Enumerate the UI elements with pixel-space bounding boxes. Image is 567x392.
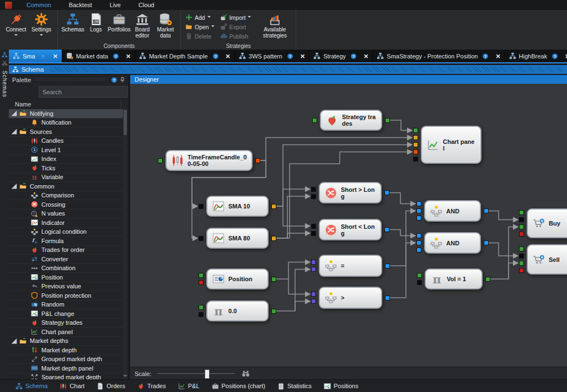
input-port-green[interactable]: [199, 273, 204, 278]
input-port-black[interactable]: [519, 217, 524, 222]
palette-scrollbar[interactable]: [123, 109, 127, 379]
palette-item-converter[interactable]: Converter: [9, 255, 124, 264]
input-port-black[interactable]: [519, 254, 524, 259]
connection-edge[interactable]: [390, 243, 415, 298]
close-icon[interactable]: ✕: [53, 53, 58, 60]
doc-tab-sma[interactable]: Sma?✕: [9, 50, 62, 62]
input-port-black[interactable]: [199, 204, 204, 209]
input-port-green[interactable]: [519, 261, 524, 266]
input-port-blue[interactable]: [416, 248, 421, 253]
doc-tab-smastrategy-protection-position[interactable]: SmaStrategy - Protection Position?✕: [373, 50, 505, 62]
node-short-gt-long[interactable]: Short > Long: [319, 182, 382, 203]
menu-tab-backtest[interactable]: Backtest: [60, 0, 101, 10]
output-port-green[interactable]: [271, 309, 276, 314]
bottom-tab-trades[interactable]: Trades: [137, 383, 166, 390]
palette-item-variable[interactable]: πVariable: [9, 173, 124, 182]
help-icon[interactable]: ?: [350, 53, 357, 60]
add-button[interactable]: Add: [184, 13, 216, 22]
app-logo-icon[interactable]: [5, 2, 12, 9]
palette-item-indicator[interactable]: Indicator: [9, 218, 124, 228]
output-port-green[interactable]: [271, 277, 276, 282]
connection-edge[interactable]: [490, 227, 518, 280]
help-icon[interactable]: ?: [113, 53, 119, 60]
node-equals[interactable]: =: [319, 255, 382, 277]
input-port-purple[interactable]: [311, 299, 316, 304]
menu-tab-live[interactable]: Live: [101, 0, 130, 10]
palette-item-position[interactable]: Position: [9, 273, 124, 282]
output-port-blue[interactable]: [384, 227, 389, 232]
portfolios-button[interactable]: Portfolios: [108, 12, 130, 33]
input-port-purple[interactable]: [311, 292, 316, 297]
input-port-black[interactable]: [199, 236, 204, 241]
connection-edge[interactable]: [276, 233, 310, 238]
schema-canvas[interactable]: Strategy tradesChart panelTimeFrameCandl…: [130, 84, 567, 367]
available-strategies-button[interactable]: Available strategies: [258, 12, 292, 39]
input-port-red[interactable]: [519, 232, 524, 237]
bottom-tab-positions-chart-[interactable]: Positions (chart): [212, 383, 265, 390]
node-sma10[interactable]: SMA 10: [206, 196, 269, 217]
close-icon[interactable]: ✕: [363, 53, 368, 60]
palette-item-index[interactable]: Index: [9, 155, 124, 164]
input-port-green[interactable]: [417, 273, 422, 278]
output-port-green[interactable]: [385, 118, 390, 123]
connection-edge[interactable]: [390, 120, 412, 131]
doc-tab-market-depth-sample[interactable]: Market Depth Sample?✕: [135, 50, 235, 62]
help-icon[interactable]: ?: [111, 77, 117, 83]
scrollbar-thumb[interactable]: [124, 110, 127, 135]
scrollbar-down-arrow[interactable]: [123, 375, 127, 379]
input-port-purple[interactable]: [311, 267, 316, 272]
expand-triangle-icon[interactable]: [10, 128, 18, 135]
bottom-tab-schema[interactable]: Schema: [15, 383, 47, 390]
node-greater[interactable]: >: [319, 287, 382, 309]
connection-edge[interactable]: [276, 196, 310, 238]
output-port-blue[interactable]: [384, 190, 389, 195]
input-port-black[interactable]: [311, 224, 316, 229]
menu-tab-cloud[interactable]: Cloud: [130, 0, 163, 10]
palette-item-crossing[interactable]: Crossing: [9, 200, 124, 210]
input-port-blue[interactable]: [416, 240, 421, 245]
palette-item-notifying[interactable]: Notifying: [9, 109, 124, 119]
output-port-orange[interactable]: [271, 236, 276, 241]
palette-item-previous-value[interactable]: Previous value: [9, 282, 124, 292]
connect-button[interactable]: Connect: [4, 12, 28, 37]
palette-item-chart-panel[interactable]: Chart panel: [9, 327, 124, 337]
connection-edge[interactable]: [288, 279, 310, 294]
connection-edge[interactable]: [389, 193, 415, 204]
palette-item-trades-for-order[interactable]: Trades for order: [9, 246, 124, 255]
palette-item-sources[interactable]: Sources: [9, 127, 124, 137]
close-icon[interactable]: ✕: [126, 53, 131, 60]
node-sell[interactable]: Sell: [527, 244, 567, 275]
connection-edge[interactable]: [276, 270, 310, 312]
logs-button[interactable]: LOGLogs: [85, 12, 107, 33]
palette-item-level-1[interactable]: 1Level 1: [9, 146, 124, 155]
output-port-blue[interactable]: [385, 296, 390, 300]
close-icon[interactable]: ✕: [300, 53, 305, 60]
connection-edge[interactable]: [489, 211, 518, 220]
node-and-2[interactable]: AND: [424, 232, 481, 254]
palette-item-ticks[interactable]: Ticks: [9, 164, 124, 173]
palette-item-market-depths[interactable]: Market depths: [9, 337, 124, 346]
help-icon[interactable]: ?: [287, 53, 293, 60]
settings-button[interactable]: Settings: [29, 12, 54, 37]
schemas-side-strip[interactable]: Schemas: [0, 50, 9, 380]
scale-slider[interactable]: [157, 369, 235, 378]
input-port-green[interactable]: [413, 128, 418, 133]
open-button[interactable]: Open: [184, 22, 216, 31]
palette-item-strategy-trades[interactable]: Strategy trades: [9, 319, 124, 328]
scale-slider-thumb[interactable]: [205, 369, 210, 379]
bottom-tab-orders[interactable]: Orders: [97, 383, 125, 390]
doc-tab-highbreak[interactable]: HighBreak?✕: [505, 50, 567, 62]
palette-item-p-l-change[interactable]: P&L change: [9, 309, 124, 319]
palette-item-common[interactable]: Common: [9, 182, 124, 191]
palette-item-market-depth[interactable]: Market depth: [9, 346, 124, 355]
input-port-blue[interactable]: [416, 201, 421, 206]
node-strategy-trades[interactable]: Strategy trades: [320, 110, 382, 131]
board-editor-button[interactable]: Board editor: [131, 12, 153, 39]
input-port-green[interactable]: [312, 118, 317, 123]
node-chart-panel[interactable]: Chart panel: [421, 126, 482, 164]
output-port-orange[interactable]: [271, 204, 276, 209]
output-port-blue[interactable]: [484, 240, 489, 245]
pin-icon[interactable]: [119, 77, 126, 83]
connection-edge[interactable]: [489, 243, 518, 256]
node-timeframecandle[interactable]: TimeFrameCandle_00-05-00: [165, 150, 253, 171]
